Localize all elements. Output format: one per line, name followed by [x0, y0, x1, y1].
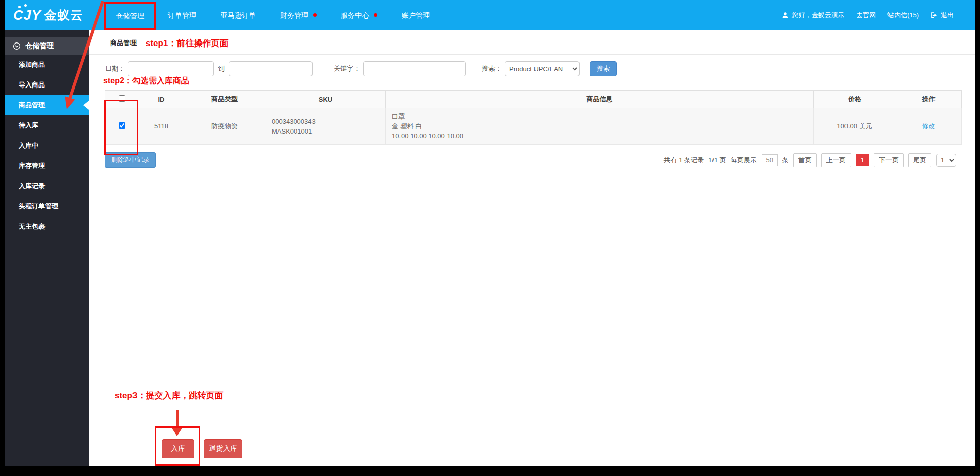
per-page-unit: 条 [782, 156, 789, 165]
select-all-checkbox[interactable] [119, 95, 125, 102]
pagination-total: 共有 1 条记录 [664, 156, 704, 165]
keyword-label: 关键字： [334, 64, 360, 73]
next-page-button[interactable]: 下一页 [874, 153, 904, 167]
select-all-header [105, 91, 139, 108]
row-price-cell: 100.00 美元 [814, 108, 896, 145]
sidebar-item-inbound-records[interactable]: 入库记录 [5, 176, 89, 196]
table-header-row: ID 商品类型 SKU 商品信息 价格 操作 [105, 91, 962, 108]
official-site-link[interactable]: 去官网 [856, 11, 876, 20]
row-type-cell: 防疫物资 [184, 108, 265, 145]
search-type-label: 搜索： [482, 64, 502, 73]
date-to-input[interactable] [229, 61, 313, 76]
per-page-input[interactable] [762, 154, 778, 166]
user-greeting[interactable]: 您好，金蚁云演示 [782, 11, 844, 20]
step3-annotation: step3：提交入库，跳转页面 [115, 390, 223, 401]
logout-link[interactable]: 退出 [930, 11, 954, 20]
sidebar-item-import-product[interactable]: 导入商品 [5, 75, 89, 95]
first-page-button[interactable]: 首页 [793, 153, 817, 167]
col-header-info: 商品信息 [386, 91, 814, 108]
breadcrumb-row: 商品管理 step1：前往操作页面 [89, 30, 975, 55]
sidebar-item-inbound-in-progress[interactable]: 入库中 [5, 136, 89, 156]
breadcrumb: 商品管理 [110, 39, 137, 47]
row-id-cell: 5118 [139, 108, 184, 145]
delete-selected-button[interactable]: 删除选中记录 [105, 152, 156, 168]
step1-annotation: step1：前往操作页面 [146, 37, 228, 49]
return-inbound-button[interactable]: 退货入库 [204, 439, 242, 458]
per-page-label: 每页展示 [731, 156, 757, 165]
nav-warehouse-management[interactable]: 仓储管理 [104, 2, 156, 30]
nav-service-center[interactable]: 服务中心 [329, 0, 389, 30]
sidebar: 仓储管理 添加商品 导入商品 商品管理 待入库 入库中 库存管理 入库记录 头程… [5, 30, 89, 466]
search-type-select[interactable]: Product UPC/EAN [505, 61, 580, 76]
sidebar-item-pending-inbound[interactable]: 待入库 [5, 115, 89, 136]
site-mail-link[interactable]: 站内信(15) [887, 11, 919, 20]
date-label: 日期： [105, 64, 125, 73]
logout-icon [930, 12, 938, 19]
last-page-button[interactable]: 尾页 [908, 153, 931, 167]
pagination-page-info: 1/1 页 [708, 156, 726, 165]
row-sku-cell: 000343000343 MASK001001 [265, 108, 386, 145]
col-header-type: 商品类型 [184, 91, 265, 108]
row-select-cell [105, 108, 139, 145]
filter-bar: 日期： 到 关键字： 搜索： Product UPC/EAN 搜索 [89, 61, 975, 77]
date-from-input[interactable] [128, 61, 214, 76]
col-header-price: 价格 [814, 91, 896, 108]
sidebar-item-product-management[interactable]: 商品管理 [5, 95, 89, 115]
nav-order-management[interactable]: 订单管理 [156, 0, 208, 30]
col-header-sku: SKU [265, 91, 386, 108]
notification-dot [313, 13, 317, 17]
top-header: CJY 金蚁云 仓储管理 订单管理 亚马逊订单 财务管理 服务中心 账户管理 您… [5, 0, 975, 30]
col-header-id: ID [139, 91, 184, 108]
active-item-arrow [83, 101, 89, 110]
sidebar-item-first-leg-orders[interactable]: 头程订单管理 [5, 196, 89, 217]
chevron-circle-icon [13, 42, 21, 50]
logo-text: 金蚁云 [44, 7, 84, 23]
page-select[interactable]: 1 [936, 154, 956, 167]
row-checkbox[interactable] [119, 122, 125, 129]
nav-amazon-orders[interactable]: 亚马逊订单 [208, 0, 268, 30]
down-arrow-head-icon [171, 427, 183, 436]
user-icon [782, 12, 789, 19]
app-window: CJY 金蚁云 仓储管理 订单管理 亚马逊订单 财务管理 服务中心 账户管理 您… [5, 0, 975, 466]
table-row: 5118 防疫物资 000343000343 MASK001001 口罩 盒 塑… [105, 108, 962, 145]
date-to-label: 到 [218, 64, 225, 73]
main-nav: 仓储管理 订单管理 亚马逊订单 财务管理 服务中心 账户管理 [104, 0, 442, 30]
inbound-button[interactable]: 入库 [162, 439, 194, 458]
nav-account-management[interactable]: 账户管理 [389, 0, 442, 30]
sidebar-item-inventory-management[interactable]: 库存管理 [5, 156, 89, 176]
pagination: 共有 1 条记录 1/1 页 每页展示 条 首页 上一页 1 下一页 尾页 1 [664, 153, 961, 167]
keyword-input[interactable] [363, 61, 466, 76]
row-action-cell: 修改 [896, 108, 962, 145]
col-header-action: 操作 [896, 91, 962, 108]
logo[interactable]: CJY 金蚁云 [5, 7, 99, 23]
row-info-cell: 口罩 盒 塑料 白 10.00 10.00 10.00 10.00 [386, 108, 814, 145]
product-table: ID 商品类型 SKU 商品信息 价格 操作 5118 防疫物资 0003430… [105, 90, 962, 145]
ant-logo-icon: CJY [13, 8, 41, 23]
down-arrow-icon [176, 410, 179, 428]
table-footer: 删除选中记录 共有 1 条记录 1/1 页 每页展示 条 首页 上一页 1 下一… [105, 152, 961, 168]
search-button[interactable]: 搜索 [590, 61, 617, 76]
top-right-menu: 您好，金蚁云演示 去官网 站内信(15) 退出 [782, 11, 975, 20]
step2-annotation: step2：勾选需入库商品 [103, 76, 189, 86]
bottom-actions: 入库 退货入库 [162, 439, 242, 458]
notification-dot [374, 13, 377, 17]
sidebar-item-add-product[interactable]: 添加商品 [5, 55, 89, 75]
main-content: 商品管理 step1：前往操作页面 日期： 到 关键字： 搜索： Product… [89, 30, 975, 466]
nav-finance-management[interactable]: 财务管理 [268, 0, 329, 30]
current-page-button[interactable]: 1 [856, 154, 869, 166]
sidebar-section-warehouse[interactable]: 仓储管理 [5, 37, 89, 55]
prev-page-button[interactable]: 上一页 [821, 153, 851, 167]
edit-link[interactable]: 修改 [922, 122, 936, 130]
sidebar-item-unclaimed-packages[interactable]: 无主包裹 [5, 217, 89, 237]
